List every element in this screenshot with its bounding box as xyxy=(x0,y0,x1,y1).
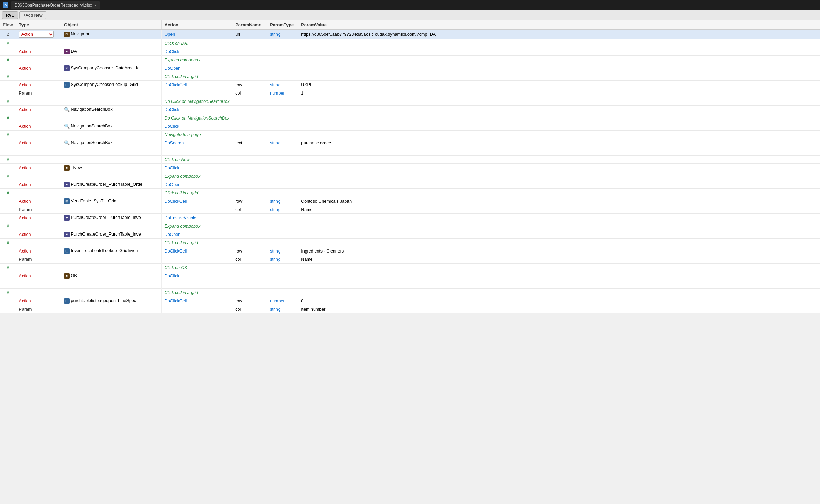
table-row[interactable]: Action⊞InventLocationIdLookup_GridInvenD… xyxy=(0,247,820,255)
cell-paramname xyxy=(232,264,267,272)
type-select[interactable]: Action xyxy=(19,31,54,38)
table-row[interactable]: Action▼PurchCreateOrder_PurchTable_InveD… xyxy=(0,230,820,239)
action-comment: Click cell in a grid xyxy=(165,74,198,79)
table-row[interactable]: #Expand combobox xyxy=(0,56,820,64)
table-row[interactable]: Action▼PurchCreateOrder_PurchTable_InveD… xyxy=(0,214,820,222)
table-row[interactable]: Action⊞SysCompanyChooserLookup_GridDoCli… xyxy=(0,81,820,89)
table-row[interactable]: Action▼PurchCreateOrder_PurchTable_OrdeD… xyxy=(0,180,820,189)
table-row[interactable]: #Click cell in a grid xyxy=(0,239,820,247)
table-row[interactable]: Action⊞VendTable_SysTL_GridDoClickCellro… xyxy=(0,197,820,205)
paramtype-value: string xyxy=(270,199,281,204)
cell-paramtype: string xyxy=(267,139,298,147)
table-row[interactable]: #Expand combobox xyxy=(0,222,820,230)
table-row[interactable]: #Click on New xyxy=(0,156,820,164)
table-row[interactable] xyxy=(0,280,820,289)
table-row[interactable]: Action■_NewDoClick xyxy=(0,164,820,172)
action-value: DoEnsureVisible xyxy=(165,215,196,220)
cell-paramtype xyxy=(267,122,298,131)
cell-type: Action xyxy=(16,47,61,56)
cell-paramtype xyxy=(267,106,298,114)
rvl-button[interactable]: RVL xyxy=(2,11,18,19)
cell-paramvalue: purchase orders xyxy=(298,139,820,147)
cell-object xyxy=(61,189,161,197)
cell-flow: # xyxy=(0,114,16,122)
cell-flow xyxy=(0,280,16,289)
combo-icon: ▼ xyxy=(64,65,70,71)
table-row[interactable]: Paramcolnumber1 xyxy=(0,89,820,97)
table-row[interactable]: ParamcolstringName xyxy=(0,255,820,264)
cell-paramtype xyxy=(267,264,298,272)
object-name: PurchCreateOrder_PurchTable_Inve xyxy=(71,232,141,237)
cell-flow: # xyxy=(0,222,16,230)
cell-paramvalue xyxy=(298,114,820,122)
action-value: DoOpen xyxy=(165,182,181,187)
cell-action: DoClick xyxy=(161,47,232,56)
table-row[interactable]: #Do Click on NavigationSearchBox xyxy=(0,97,820,106)
table-row[interactable]: Action▼SysCompanyChooser_DataArea_idDoOp… xyxy=(0,64,820,72)
cell-object xyxy=(61,114,161,122)
cell-action xyxy=(161,89,232,97)
table-row[interactable]: #Expand combobox xyxy=(0,172,820,180)
cell-flow xyxy=(0,139,16,147)
table-row[interactable]: ParamcolstringName xyxy=(0,205,820,214)
cell-paramvalue xyxy=(298,264,820,272)
table-row[interactable]: #Click cell in a grid xyxy=(0,72,820,81)
table-row[interactable]: Action🔍NavigationSearchBoxDoSearchtextst… xyxy=(0,139,820,147)
table-row[interactable]: Action■OKDoClick xyxy=(0,272,820,280)
table-row[interactable]: #Click cell in a grid xyxy=(0,189,820,197)
table-row[interactable] xyxy=(0,147,820,156)
cell-flow: # xyxy=(0,39,16,47)
table-row[interactable]: #Click on OK xyxy=(0,264,820,272)
cell-paramvalue xyxy=(298,47,820,56)
col-header-type: Type xyxy=(16,20,61,29)
grid-icon: ⊞ xyxy=(64,82,70,88)
cell-paramvalue: Name xyxy=(298,255,820,264)
cell-paramvalue: Item number xyxy=(298,305,820,313)
table-row[interactable]: Action🔍NavigationSearchBoxDoClick xyxy=(0,106,820,114)
cell-paramname: row xyxy=(232,247,267,255)
table-row[interactable]: #Click on DAT xyxy=(0,39,820,47)
table-row[interactable]: Action🔍NavigationSearchBoxDoClick xyxy=(0,122,820,131)
cell-object xyxy=(61,156,161,164)
cell-object xyxy=(61,205,161,214)
cell-type: Action xyxy=(16,81,61,89)
cell-object xyxy=(61,305,161,313)
table-row[interactable]: #Click cell in a grid xyxy=(0,289,820,297)
cell-paramvalue xyxy=(298,122,820,131)
cell-object xyxy=(61,39,161,47)
cell-action: DoClickCell xyxy=(161,247,232,255)
tab-close-button[interactable]: × xyxy=(94,3,96,7)
cell-paramtype: string xyxy=(267,205,298,214)
table-row[interactable]: #Do Click on NavigationSearchBox xyxy=(0,114,820,122)
cell-paramvalue xyxy=(298,39,820,47)
cell-paramname xyxy=(232,122,267,131)
table-row[interactable]: Action■DATDoClick xyxy=(0,47,820,56)
cell-paramtype xyxy=(267,172,298,180)
cell-action: Open xyxy=(161,29,232,39)
paramtype-value: string xyxy=(270,82,281,87)
paramtype-value: string xyxy=(270,307,281,312)
table-row[interactable]: 2ActionNNavigatorOpenurlstringhttps://d3… xyxy=(0,29,820,39)
cell-type: Action xyxy=(16,197,61,205)
action-comment: Click on OK xyxy=(165,265,187,270)
cell-type: Action xyxy=(16,272,61,280)
app-icon: G xyxy=(3,2,8,8)
cell-type[interactable]: Action xyxy=(16,29,61,39)
cell-flow xyxy=(0,205,16,214)
cell-paramtype xyxy=(267,39,298,47)
table-row[interactable]: ParamcolstringItem number xyxy=(0,305,820,313)
cell-paramvalue xyxy=(298,180,820,189)
file-tab[interactable]: D365OpsPurchaseOrderRecorded.rvl.xlsx × xyxy=(11,1,100,9)
table-row[interactable]: Action⊞purchtablelistpageopen_LineSpecDo… xyxy=(0,297,820,305)
cell-paramname xyxy=(232,147,267,156)
cell-paramvalue xyxy=(298,214,820,222)
cell-object: ▼PurchCreateOrder_PurchTable_Orde xyxy=(61,180,161,189)
add-new-button[interactable]: +Add New xyxy=(19,11,46,19)
cell-paramvalue xyxy=(298,230,820,239)
cell-paramtype xyxy=(267,189,298,197)
cell-flow: # xyxy=(0,264,16,272)
cell-flow: # xyxy=(0,189,16,197)
cell-action: Expand combobox xyxy=(161,222,232,230)
table-row[interactable]: #Navigate to a page xyxy=(0,131,820,139)
cell-action: Click cell in a grid xyxy=(161,289,232,297)
